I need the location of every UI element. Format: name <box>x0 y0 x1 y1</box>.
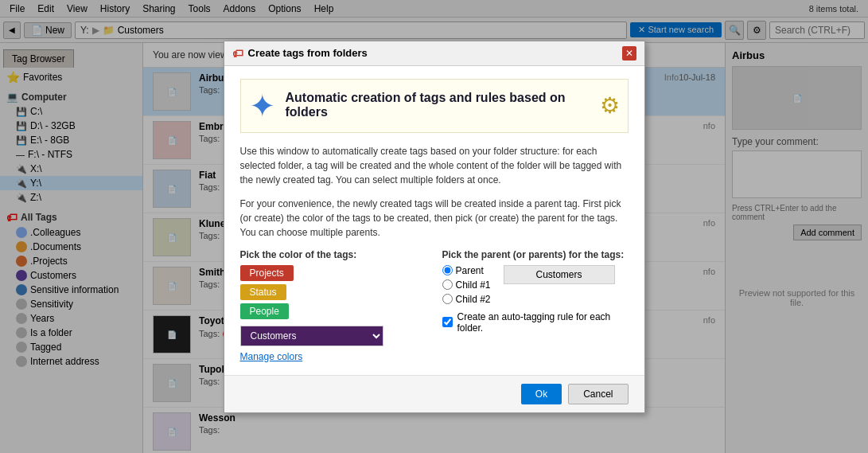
status-color-button[interactable]: Status <box>240 284 286 300</box>
radio-parent[interactable]: Parent <box>442 265 491 276</box>
modal-create-tags: 🏷 Create tags from folders ✕ ✦ Automatic… <box>224 41 645 413</box>
radio-child1-input[interactable] <box>442 279 453 290</box>
auto-tagging-checkbox[interactable] <box>442 317 453 327</box>
modal-title: 🏷 Create tags from folders <box>232 47 368 60</box>
radio-child2-input[interactable] <box>442 294 453 304</box>
parent-section: Parent Child #1 Child #2 <box>442 265 629 305</box>
color-btn-status[interactable]: Status <box>240 284 426 300</box>
modal-title-icon: 🏷 <box>232 47 243 60</box>
auto-tagging-checkbox-row: Create an auto-tagging rule for each fol… <box>442 311 629 334</box>
radio-parent-input[interactable] <box>442 265 453 275</box>
modal-desc1: Use this window to automatically create … <box>240 144 629 187</box>
modal-header-section: ✦ Automatic creation of tags and rules b… <box>240 79 629 133</box>
radio-child1[interactable]: Child #1 <box>442 279 491 291</box>
people-color-button[interactable]: People <box>240 303 289 319</box>
color-btn-projects[interactable]: Projects <box>240 265 426 281</box>
cancel-button[interactable]: Cancel <box>568 384 628 404</box>
color-btn-people[interactable]: People <box>240 303 426 319</box>
modal-color-col: Pick the color of the tags: Projects Sta… <box>240 249 426 362</box>
modal-parent-col: Pick the parent (or parents) for the tag… <box>442 249 629 362</box>
modal-body: ✦ Automatic creation of tags and rules b… <box>224 66 644 375</box>
radio-group: Parent Child #1 Child #2 <box>442 265 491 305</box>
tag-dropdown-select[interactable]: Customers <box>240 326 383 346</box>
modal-footer: Ok Cancel <box>224 375 644 412</box>
pick-parent-label: Pick the parent (or parents) for the tag… <box>442 249 629 260</box>
modal-overlay: 🏷 Create tags from folders ✕ ✦ Automatic… <box>0 0 868 453</box>
auto-tagging-label: Create an auto-tagging rule for each fol… <box>457 311 629 334</box>
projects-color-button[interactable]: Projects <box>240 265 294 281</box>
modal-close-button[interactable]: ✕ <box>622 46 636 61</box>
manage-colors-link[interactable]: Manage colors <box>240 351 303 362</box>
modal-desc2: For your convenience, the newly created … <box>240 197 629 240</box>
modal-gear-icon: ⚙ <box>600 92 620 119</box>
color-buttons-group: Projects Status People <box>240 265 426 319</box>
parent-button-area: Customers <box>504 265 615 305</box>
parent-select-button[interactable]: Customers <box>504 265 615 284</box>
modal-titlebar: 🏷 Create tags from folders ✕ <box>224 41 644 66</box>
tag-dropdown-row: Customers <box>240 326 426 346</box>
pick-color-label: Pick the color of the tags: <box>240 249 426 260</box>
modal-two-col: Pick the color of the tags: Projects Sta… <box>240 249 629 362</box>
modal-header-symbol: ✦ <box>249 88 276 124</box>
radio-child2[interactable]: Child #2 <box>442 294 491 305</box>
ok-button[interactable]: Ok <box>521 384 562 404</box>
modal-header-text: Automatic creation of tags and rules bas… <box>286 91 590 121</box>
